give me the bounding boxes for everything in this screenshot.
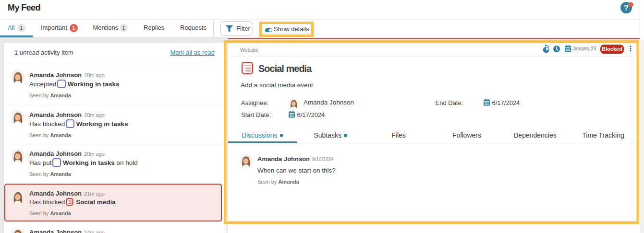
svg-text:?: ? [624, 4, 629, 12]
